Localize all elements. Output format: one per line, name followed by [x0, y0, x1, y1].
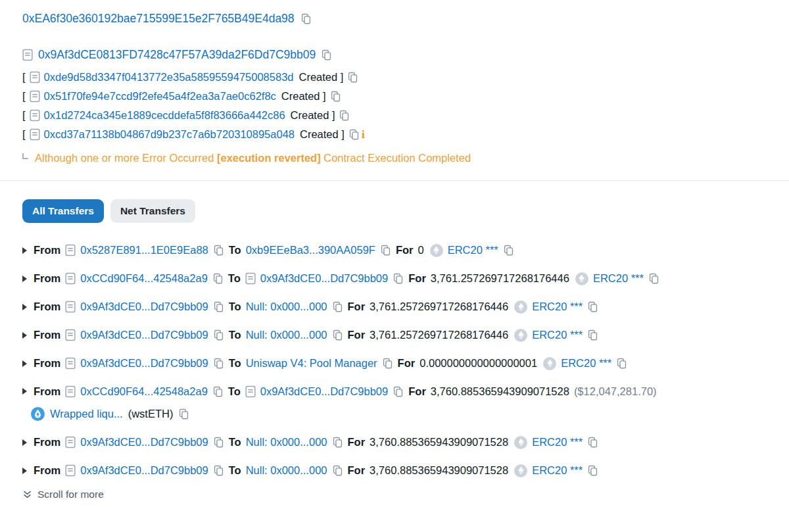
token-link[interactable]: ERC20 ***: [593, 272, 644, 285]
created-address[interactable]: 0x1d2724ca345e1889cecddefa5f8f83666a442c…: [44, 109, 285, 122]
contract-address-link[interactable]: 0x9Af3dCE0813FD7428c47F57A39da2F6Dd7C9bb…: [38, 48, 316, 62]
copy-icon[interactable]: [347, 72, 358, 83]
to-label: To: [228, 272, 241, 285]
amount: 3,761.257269717268176446: [370, 301, 508, 313]
section-divider: [0, 180, 789, 181]
tab-all-transfers[interactable]: All Transfers: [22, 199, 104, 223]
to-address[interactable]: Null: 0x000...000: [246, 301, 327, 313]
tab-net-transfers[interactable]: Net Transfers: [110, 199, 195, 223]
copy-icon[interactable]: [213, 358, 224, 369]
trace-panel: 0xEA6f30e360192bae715599E15e2F765B49E4da…: [0, 0, 789, 511]
execution-warning: Although one or more Error Occurred [exe…: [22, 152, 767, 164]
copy-icon[interactable]: [616, 358, 627, 369]
from-address[interactable]: 0x9Af3dCE0...Dd7C9bb09: [80, 436, 208, 448]
copy-icon[interactable]: [332, 329, 343, 341]
created-address[interactable]: 0xcd37a71138b04867d9b237c7a6b720310895a0…: [44, 128, 295, 141]
copy-icon[interactable]: [213, 245, 224, 256]
copy-icon[interactable]: [587, 301, 598, 312]
to-address[interactable]: Uniswap V4: Pool Manager: [246, 357, 377, 370]
copy-icon[interactable]: [300, 13, 312, 24]
copy-icon[interactable]: [213, 465, 224, 476]
transfer-tabs: All Transfers Net Transfers: [22, 199, 767, 223]
copy-icon[interactable]: [212, 386, 224, 397]
copy-icon[interactable]: [587, 437, 598, 448]
copy-icon[interactable]: [393, 386, 404, 397]
copy-icon[interactable]: [503, 245, 514, 256]
copy-icon[interactable]: [213, 301, 224, 312]
copy-icon[interactable]: [332, 465, 343, 476]
copy-icon[interactable]: [178, 408, 189, 420]
to-address[interactable]: 0x9Af3dCE0...Dd7C9bb09: [260, 272, 388, 285]
copy-icon[interactable]: [380, 245, 391, 256]
token-link[interactable]: ERC20 ***: [532, 329, 583, 341]
eth-token-icon: [575, 272, 588, 285]
to-address[interactable]: Null: 0x000...000: [246, 329, 327, 341]
expand-caret-icon[interactable]: [22, 247, 27, 254]
for-label: For: [408, 385, 426, 398]
copy-icon[interactable]: [648, 273, 659, 284]
created-contract-row: [ 0x51f70fe94e7ccd9f2efe45a4f2ea3a7ae0c6…: [22, 87, 767, 106]
token-link[interactable]: ERC20 ***: [532, 301, 583, 313]
created-label: Created ]: [300, 128, 345, 141]
copy-icon[interactable]: [212, 273, 224, 284]
to-address[interactable]: Null: 0x000...000: [246, 436, 327, 448]
from-address[interactable]: 0x9Af3dCE0...Dd7C9bb09: [80, 301, 208, 313]
copy-icon[interactable]: [321, 49, 332, 60]
copy-icon[interactable]: [213, 329, 224, 341]
token-link[interactable]: ERC20 ***: [532, 436, 583, 448]
from-address[interactable]: 0x9Af3dCE0...Dd7C9bb09: [80, 464, 208, 477]
token-group: ERC20 ***: [513, 436, 598, 449]
expand-caret-icon[interactable]: [22, 468, 27, 474]
created-address[interactable]: 0xde9d58d3347f0413772e35a585955947500858…: [44, 71, 294, 84]
created-address[interactable]: 0x51f70fe94e7ccd9f2efe45a4f2ea3a7ae0c62f…: [44, 90, 276, 103]
token-link[interactable]: ERC20 ***: [448, 244, 498, 256]
token-link[interactable]: ERC20 ***: [532, 464, 583, 477]
wsteth-token-icon: [31, 407, 45, 421]
from-address[interactable]: 0x5287E891...1E0E9Ea88: [80, 244, 208, 256]
to-label: To: [229, 301, 241, 313]
copy-icon[interactable]: [393, 273, 404, 284]
to-label: To: [229, 436, 241, 448]
copy-icon[interactable]: [330, 91, 341, 102]
token-group: ERC20 ***: [513, 301, 598, 314]
to-address[interactable]: Null: 0x000...000: [246, 464, 327, 477]
transfer-row: From 0x9Af3dCE0...Dd7C9bb09 To Null: 0x0…: [22, 428, 767, 456]
created-contract-row: [ 0xcd37a71138b04867d9b237c7a6b720310895…: [22, 125, 767, 144]
token-name[interactable]: Wrapped liqu...: [50, 408, 123, 420]
main-address-link[interactable]: 0xEA6f30e360192bae715599E15e2F765B49E4da…: [22, 12, 295, 26]
for-label: For: [348, 464, 366, 477]
copy-icon[interactable]: [348, 129, 360, 140]
created-contracts-list: [ 0xde9d58d3347f0413772e35a5859559475008…: [22, 68, 767, 144]
copy-icon[interactable]: [339, 110, 350, 121]
contract-icon: [65, 385, 76, 398]
expand-caret-icon[interactable]: [22, 276, 27, 282]
copy-icon[interactable]: [332, 301, 343, 312]
token-group: ERC20 ***: [513, 329, 598, 342]
copy-icon[interactable]: [213, 437, 224, 448]
from-address[interactable]: 0x9Af3dCE0...Dd7C9bb09: [80, 357, 208, 370]
from-address[interactable]: 0xCCd90F64...42548a2a9: [80, 272, 208, 285]
from-label: From: [34, 301, 60, 313]
to-address[interactable]: 0x9Af3dCE0...Dd7C9bb09: [260, 385, 388, 398]
expand-caret-icon[interactable]: [22, 439, 27, 446]
expand-caret-icon[interactable]: [22, 332, 27, 339]
token-group: ERC20 ***: [542, 357, 627, 370]
copy-icon[interactable]: [332, 437, 343, 448]
to-address[interactable]: 0xb9EEeBa3...390AA059F: [246, 244, 375, 256]
contract-icon: [65, 329, 76, 341]
copy-icon[interactable]: [587, 465, 598, 476]
expand-caret-icon[interactable]: [22, 360, 27, 367]
token-link[interactable]: ERC20 ***: [561, 357, 611, 370]
created-contract-row: [ 0xde9d58d3347f0413772e35a5859559475008…: [22, 68, 767, 87]
expand-caret-icon[interactable]: [22, 388, 27, 395]
copy-icon[interactable]: [382, 358, 393, 369]
info-icon[interactable]: i: [362, 128, 365, 141]
expand-caret-icon[interactable]: [22, 304, 27, 310]
transfer-row: From 0x9Af3dCE0...Dd7C9bb09 To Null: 0x0…: [22, 293, 767, 321]
from-address[interactable]: 0xCCd90F64...42548a2a9: [80, 385, 208, 398]
copy-icon[interactable]: [587, 329, 598, 341]
contract-icon: [30, 109, 40, 122]
token-group: ERC20 ***: [574, 272, 659, 285]
from-address[interactable]: 0x9Af3dCE0...Dd7C9bb09: [80, 329, 208, 341]
for-label: For: [398, 357, 416, 370]
